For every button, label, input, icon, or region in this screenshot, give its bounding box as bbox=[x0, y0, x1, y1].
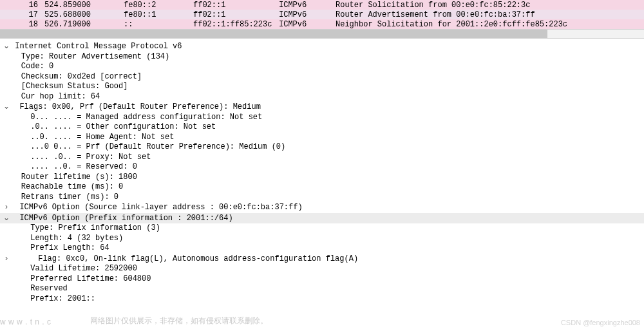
cell-info: Router Solicitation from 00:e0:fc:85:22:… bbox=[333, 0, 644, 10]
cell-dst: ff02::1 bbox=[191, 10, 276, 19]
cell-time: 526.719000 bbox=[42, 19, 121, 29]
flag-other[interactable]: .0.. .... = Other configuration: Not set bbox=[0, 122, 644, 133]
tree-flags[interactable]: ⌄ Flags: 0x00, Prf (Default Router Prefe… bbox=[0, 102, 644, 113]
packet-row[interactable]: 16524.859000fe80::2ff02::1ICMPv6Router S… bbox=[0, 0, 644, 10]
cell-proto: ICMPv6 bbox=[276, 19, 333, 29]
packet-row[interactable]: 18526.719000::ff02::1:ff85:223cICMPv6Nei… bbox=[0, 19, 644, 29]
prefix-length[interactable]: Prefix Length: 64 bbox=[0, 243, 644, 254]
packet-row[interactable]: 17525.688000fe80::1ff02::1ICMPv6Router A… bbox=[0, 10, 644, 19]
field-reachable-time[interactable]: Reachable time (ms): 0 bbox=[0, 182, 644, 193]
prefix-valid-lifetime[interactable]: Valid Lifetime: 2592000 bbox=[0, 264, 644, 274]
packet-list[interactable]: 16524.859000fe80::2ff02::1ICMPv6Router S… bbox=[0, 0, 644, 29]
field-router-lifetime[interactable]: Router lifetime (s): 1800 bbox=[0, 173, 644, 183]
prefix-flag[interactable]: › Flag: 0xc0, On-link flag(L), Autonomou… bbox=[0, 254, 644, 265]
proto-name: Internet Control Message Protocol v6 bbox=[15, 42, 182, 51]
cell-time: 525.688000 bbox=[42, 10, 121, 19]
flag-managed[interactable]: 0... .... = Managed address configuratio… bbox=[0, 113, 644, 123]
field-code[interactable]: Code: 0 bbox=[0, 62, 644, 72]
cell-info: Router Advertisement from 00:e0:fc:ba:37… bbox=[333, 10, 644, 19]
cell-proto: ICMPv6 bbox=[276, 0, 333, 10]
cell-src: fe80::1 bbox=[121, 10, 191, 19]
cell-dst: ff02::1:ff85:223c bbox=[191, 19, 276, 29]
prefix-reserved[interactable]: Reserved bbox=[0, 284, 644, 294]
field-cur-hop-limit[interactable]: Cur hop limit: 64 bbox=[0, 92, 644, 102]
chevron-down-icon[interactable]: ⌄ bbox=[3, 102, 10, 112]
opt-prefix-label: ICMPv6 Option (Prefix information : 2001… bbox=[10, 214, 233, 223]
cell-src: :: bbox=[121, 19, 191, 29]
flag-reserved[interactable]: .... ..0. = Reserved: 0 bbox=[0, 162, 644, 173]
flags-label: Flags: 0x00, Prf (Default Router Prefere… bbox=[10, 102, 261, 111]
cell-proto: ICMPv6 bbox=[276, 10, 333, 19]
prefix-value[interactable]: Prefix: 2001:: bbox=[0, 294, 644, 305]
opt-sll-label: ICMPv6 Option (Source link-layer address… bbox=[10, 203, 303, 212]
field-type[interactable]: Type: Router Advertisement (134) bbox=[0, 52, 644, 62]
cell-no: 18 bbox=[0, 19, 42, 29]
prefix-length-bytes[interactable]: Length: 4 (32 bytes) bbox=[0, 234, 644, 244]
chevron-right-icon[interactable]: › bbox=[3, 202, 10, 212]
tree-opt-prefix[interactable]: ⌄ ICMPv6 Option (Prefix information : 20… bbox=[0, 213, 644, 224]
cell-no: 17 bbox=[0, 10, 42, 19]
scrollbar-thumb[interactable] bbox=[0, 30, 547, 38]
cell-no: 16 bbox=[0, 0, 42, 10]
field-checksum-status[interactable]: [Checksum Status: Good] bbox=[0, 82, 644, 92]
cell-dst: ff02::1 bbox=[191, 0, 276, 10]
flag-home-agent[interactable]: ..0. .... = Home Agent: Not set bbox=[0, 133, 644, 143]
packet-details-pane[interactable]: ⌄ Internet Control Message Protocol v6 T… bbox=[0, 39, 644, 304]
tree-opt-sll[interactable]: › ICMPv6 Option (Source link-layer addre… bbox=[0, 202, 644, 213]
flag-proxy[interactable]: .... .0.. = Proxy: Not set bbox=[0, 153, 644, 163]
cell-time: 524.859000 bbox=[42, 0, 121, 10]
tree-root[interactable]: ⌄ Internet Control Message Protocol v6 bbox=[0, 41, 644, 52]
field-checksum[interactable]: Checksum: 0xd2ed [correct] bbox=[0, 72, 644, 82]
prefix-flag-label: Flag: 0xc0, On-link flag(L), Autonomous … bbox=[10, 254, 358, 263]
chevron-down-icon[interactable]: ⌄ bbox=[3, 41, 10, 52]
prefix-preferred-lifetime[interactable]: Preferred Lifetime: 604800 bbox=[0, 274, 644, 285]
chevron-down-icon[interactable]: ⌄ bbox=[3, 213, 10, 223]
chevron-right-icon[interactable]: › bbox=[3, 254, 10, 264]
flag-prf[interactable]: ...0 0... = Prf (Default Router Preferen… bbox=[0, 142, 644, 153]
field-retrans-timer[interactable]: Retrans timer (ms): 0 bbox=[0, 193, 644, 203]
cell-src: fe80::2 bbox=[121, 0, 191, 10]
cell-info: Neighbor Solicitation for 2001::2e0:fcff… bbox=[333, 19, 644, 29]
horizontal-scrollbar[interactable] bbox=[0, 29, 644, 39]
prefix-type[interactable]: Type: Prefix information (3) bbox=[0, 223, 644, 234]
